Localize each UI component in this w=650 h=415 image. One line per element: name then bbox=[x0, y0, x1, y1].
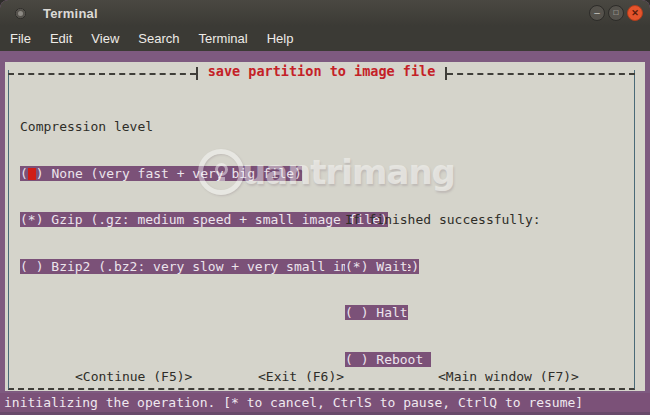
menu-item-search[interactable]: Search bbox=[131, 31, 186, 46]
text-cursor bbox=[28, 168, 36, 180]
menu-item-file[interactable]: File bbox=[3, 31, 38, 46]
main-window-button[interactable]: <Main window (F7)> bbox=[438, 369, 579, 384]
menu-item-terminal[interactable]: Terminal bbox=[192, 31, 255, 46]
continue-button[interactable]: <Continue (F5)> bbox=[75, 369, 192, 384]
menu-item-edit[interactable]: Edit bbox=[43, 31, 79, 46]
dialog-buttons: <Continue (F5)> <Exit (F6)> <Main window… bbox=[5, 369, 645, 385]
dialog-title-row: save partition to image file bbox=[8, 63, 635, 79]
status-bar: initializing the operation. [* to cancel… bbox=[0, 393, 650, 412]
menu-item-view[interactable]: View bbox=[84, 31, 126, 46]
terminal-window: Terminal – □ ✕ File Edit View Search Ter… bbox=[0, 0, 650, 415]
titlebar: Terminal – □ ✕ bbox=[0, 0, 650, 26]
radio-option-wait[interactable]: (*) Wait bbox=[345, 259, 541, 275]
close-button[interactable]: ✕ bbox=[627, 5, 643, 21]
radio-option-reboot[interactable]: ( ) Reboot bbox=[345, 352, 541, 368]
radio-option-none[interactable]: () None (very fast + very big file) bbox=[20, 166, 459, 182]
radio-option-halt[interactable]: ( ) Halt bbox=[345, 305, 541, 321]
terminal-screen: uantrimang save partition to image file … bbox=[0, 51, 650, 415]
finish-section-label: If finished successfully: bbox=[345, 212, 541, 228]
save-partition-dialog: save partition to image file Compression… bbox=[5, 62, 645, 391]
maximize-button[interactable]: □ bbox=[608, 5, 624, 21]
compression-section-label: Compression level bbox=[20, 119, 459, 135]
menubar: File Edit View Search Terminal Help bbox=[0, 26, 650, 51]
exit-button[interactable]: <Exit (F6)> bbox=[258, 369, 344, 384]
minimize-button[interactable]: – bbox=[589, 5, 605, 21]
menu-item-help[interactable]: Help bbox=[260, 31, 301, 46]
app-icon bbox=[15, 8, 26, 19]
window-title: Terminal bbox=[43, 6, 98, 21]
dialog-title: save partition to image file bbox=[198, 63, 446, 79]
window-controls: – □ ✕ bbox=[589, 5, 643, 21]
